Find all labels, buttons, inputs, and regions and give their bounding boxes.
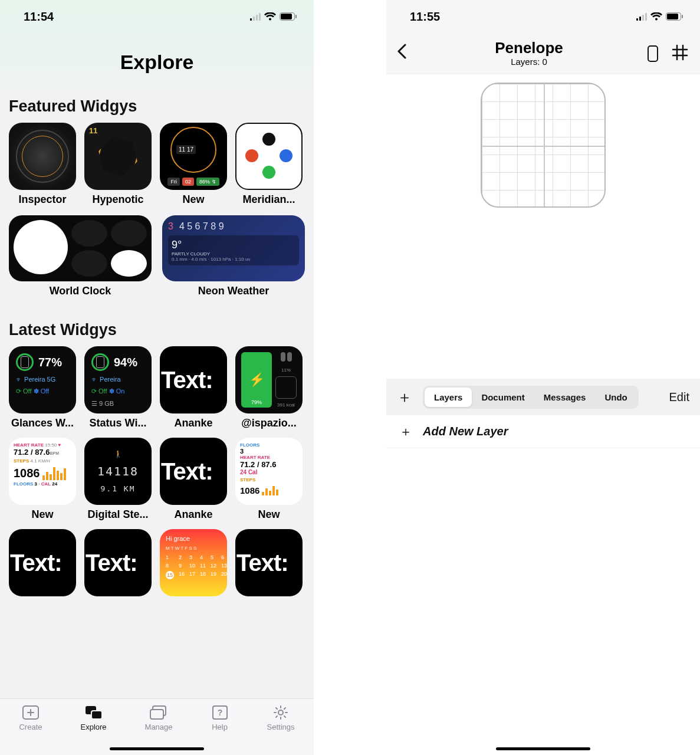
widgy-thumb-meridian: [235, 123, 303, 190]
explore-header: 11:54 Explore: [0, 0, 314, 89]
widgy-label: New: [9, 508, 76, 521]
widget-canvas[interactable]: [481, 83, 606, 208]
widgy-thumb-digital: 🚶 14118 9.1 KM: [84, 438, 152, 505]
status-time: 11:55: [410, 10, 440, 24]
seg-document[interactable]: Document: [472, 388, 534, 407]
editor-header: Penelope Layers: 0: [386, 33, 700, 74]
svg-rect-1: [281, 14, 292, 19]
widgy-card[interactable]: Text: Ananke: [160, 438, 227, 521]
widgy-card[interactable]: Meridian...: [235, 123, 303, 206]
widgy-label: Digital Ste...: [84, 508, 152, 521]
widgy-card[interactable]: Hi grace M T W T F S S 1234567 891011121…: [160, 529, 227, 596]
explore-content[interactable]: Featured Widgys Inspector 11 Hypenotic 1…: [0, 89, 314, 698]
svg-rect-13: [682, 15, 683, 18]
plus-square-icon: [22, 705, 40, 720]
home-indicator[interactable]: [496, 747, 590, 750]
tab-label: Help: [212, 723, 228, 731]
widgy-thumb-worldclock: [9, 215, 152, 281]
grid-icon: [672, 44, 688, 63]
widgy-card[interactable]: 11 17 Fri 02 86% ↯ New: [160, 123, 227, 206]
cellular-icon: [636, 12, 647, 21]
widgy-card[interactable]: HEART RATE 15:50 ♥ 71.2 / 87.6BPM STEPS …: [9, 438, 76, 521]
tab-settings[interactable]: Settings: [267, 705, 295, 755]
editor-title-box: Penelope Layers: 0: [423, 40, 635, 67]
cellular-icon: [250, 12, 261, 21]
widgy-thumb-glances: 77% ᯤ Pereira 5G ⟳ Off ✽ Off: [9, 346, 76, 413]
featured-row-1: Inspector 11 Hypenotic 11 17 Fri 02 86% …: [9, 123, 305, 206]
widgy-card[interactable]: 94% ᯤ Pereira ⟳ Off ✽ On ☰ 9 GB Status W…: [84, 346, 152, 429]
tab-label: Create: [19, 723, 42, 731]
widgy-card[interactable]: Text:: [9, 529, 76, 596]
wifi-icon: [650, 12, 662, 21]
widgy-label: @ispazio...: [235, 417, 303, 429]
tab-explore[interactable]: Explore: [81, 705, 107, 755]
wifi-icon: [264, 12, 276, 21]
featured-heading: Featured Widgys: [9, 97, 305, 116]
layers-panel: ＋ Layers Document Messages Undo Edit ＋ A…: [386, 379, 700, 755]
tab-help[interactable]: ? Help: [211, 705, 229, 755]
widgy-card-wide[interactable]: World Clock: [9, 215, 152, 297]
tab-label: Settings: [267, 723, 295, 731]
tab-label: Manage: [145, 723, 173, 731]
canvas-area[interactable]: [386, 74, 700, 379]
editor-screen: 11:55 Penelope Layers: 0: [386, 0, 700, 755]
grid-toggle-button[interactable]: [671, 44, 689, 63]
latest-row-2: HEART RATE 15:50 ♥ 71.2 / 87.6BPM STEPS …: [9, 438, 305, 521]
widgy-thumb-neon: 3 4 5 6 7 8 9 9° PARTLY CLOUDY 0.1 mm · …: [162, 215, 305, 281]
widgy-label: World Clock: [9, 285, 152, 297]
widgy-card[interactable]: Text:: [235, 529, 303, 596]
widgy-card[interactable]: ⚡79% 11% 391 kcal @ispazio...: [235, 346, 303, 429]
svg-text:?: ?: [217, 708, 222, 717]
status-right: [636, 12, 683, 21]
seg-messages[interactable]: Messages: [534, 388, 596, 407]
device-preview-button[interactable]: [643, 45, 662, 62]
squares-icon: [85, 705, 103, 720]
home-indicator[interactable]: [110, 747, 204, 750]
widgy-card[interactable]: Text: Ananke: [160, 346, 227, 429]
widgy-label: Neon Weather: [162, 285, 305, 297]
widgy-thumb-calendar: Hi grace M T W T F S S 1234567 891011121…: [160, 529, 227, 596]
widgy-card-wide[interactable]: 3 4 5 6 7 8 9 9° PARTLY CLOUDY 0.1 mm · …: [162, 215, 305, 297]
back-button[interactable]: [397, 44, 415, 63]
latest-row-1: 77% ᯤ Pereira 5G ⟳ Off ✽ Off Glances W..…: [9, 346, 305, 429]
seg-layers[interactable]: Layers: [425, 388, 472, 407]
widgy-label: Meridian...: [235, 193, 303, 206]
widgy-card[interactable]: Text:: [84, 529, 152, 596]
add-layer-label: Add New Layer: [423, 425, 508, 438]
status-bar: 11:54: [0, 0, 314, 33]
widgy-card[interactable]: 77% ᯤ Pereira 5G ⟳ Off ✽ Off Glances W..…: [9, 346, 76, 429]
widgy-thumb-new-dark: 11 17 Fri 02 86% ↯: [160, 123, 227, 190]
widgy-card[interactable]: FLOORS 3 HEART RATE 71.2 / 87.6 24 Cal S…: [235, 438, 303, 521]
add-layer-row[interactable]: ＋ Add New Layer: [386, 415, 700, 448]
widgy-label: Hypenotic: [84, 193, 152, 206]
widgy-thumb-ispazio: ⚡79% 11% 391 kcal: [235, 346, 303, 413]
widgy-thumb-inspector: [9, 123, 76, 190]
widgy-card[interactable]: 11 Hypenotic: [84, 123, 152, 206]
help-icon: ?: [211, 705, 229, 720]
add-button[interactable]: ＋: [397, 387, 412, 408]
featured-row-2: World Clock 3 4 5 6 7 8 9 9° PARTLY CLOU…: [9, 215, 305, 297]
battery-icon: [666, 12, 683, 21]
layers-count: Layers: 0: [423, 57, 635, 67]
folders-icon: [150, 705, 167, 720]
svg-point-10: [278, 710, 283, 715]
battery-icon: [280, 12, 297, 21]
widgy-card[interactable]: Inspector: [9, 123, 76, 206]
tab-create[interactable]: Create: [19, 705, 42, 755]
widgy-thumb-hypenotic: 11: [84, 123, 152, 190]
widgy-label: Ananke: [160, 508, 227, 521]
widgy-label: Inspector: [9, 193, 76, 206]
tab-label: Explore: [81, 723, 107, 731]
panel-toolbar: ＋ Layers Document Messages Undo Edit: [386, 379, 700, 415]
seg-undo[interactable]: Undo: [595, 388, 636, 407]
widgy-thumb-text: Text:: [9, 529, 76, 596]
widgy-thumb-text: Text:: [235, 529, 303, 596]
widgy-thumb-status: 94% ᯤ Pereira ⟳ Off ✽ On ☰ 9 GB: [84, 346, 152, 413]
edit-button[interactable]: Edit: [669, 390, 689, 404]
latest-heading: Latest Widgys: [9, 321, 305, 339]
status-right: [250, 12, 297, 21]
latest-row-3: Text: Text: Hi grace M T W T F S S 12345…: [9, 529, 305, 596]
widgy-card[interactable]: 🚶 14118 9.1 KM Digital Ste...: [84, 438, 152, 521]
widgy-label: New: [160, 193, 227, 206]
widgy-label: Ananke: [160, 417, 227, 429]
